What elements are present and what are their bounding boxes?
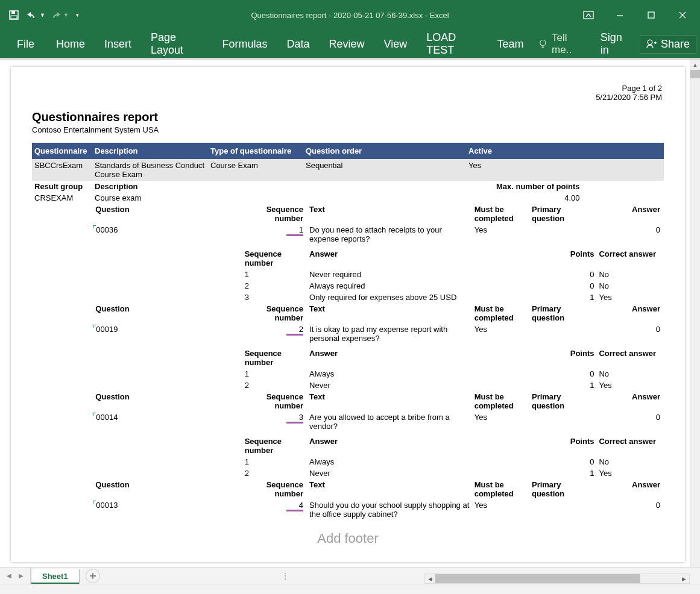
horizontal-scrollbar[interactable]: ◀ ▶ bbox=[424, 574, 690, 584]
sheet-next-icon[interactable]: ▶ bbox=[16, 572, 27, 579]
report-title: Questionnaires report bbox=[32, 110, 664, 124]
quick-access-toolbar: ▼ ▼ ▾ bbox=[0, 7, 79, 23]
answer-row: 3 Only required for expenses above 25 US… bbox=[32, 292, 664, 303]
page-preview[interactable]: Page 1 of 2 5/21/2020 7:56 PM Questionna… bbox=[11, 67, 685, 562]
tab-home[interactable]: Home bbox=[46, 30, 95, 58]
sheet-tab-sheet1[interactable]: Sheet1 bbox=[31, 569, 80, 584]
answer-row: 2 Never 1 Yes bbox=[32, 467, 664, 479]
result-group-table: Result group Description Max. number of … bbox=[32, 181, 664, 204]
share-button[interactable]: Share bbox=[640, 35, 696, 54]
hscroll-thumb[interactable] bbox=[435, 574, 640, 583]
window-title: Questionnaires report - 2020-05-21 07-56… bbox=[251, 11, 449, 20]
sheet-nav-arrows[interactable]: ◀ ▶ bbox=[0, 567, 31, 584]
sheet-prev-icon[interactable]: ◀ bbox=[4, 572, 14, 579]
vertical-scrollbar[interactable]: ▲ ▼ bbox=[690, 60, 700, 575]
page-header-meta: Page 1 of 2 5/21/2020 7:56 PM bbox=[596, 84, 662, 102]
redo-dropdown-icon[interactable]: ▼ bbox=[63, 12, 69, 18]
plus-icon bbox=[89, 572, 96, 580]
add-sheet-button[interactable] bbox=[86, 569, 100, 583]
workspace: Page 1 of 2 5/21/2020 7:56 PM Questionna… bbox=[0, 60, 700, 575]
answer-row: 2 Always required 0 No bbox=[32, 280, 664, 292]
question-row: 00014 3 Are you allowed to accept a brib… bbox=[32, 411, 664, 432]
tab-view[interactable]: View bbox=[374, 30, 417, 58]
tab-formulas[interactable]: Formulas bbox=[212, 30, 277, 58]
page-number: Page 1 of 2 bbox=[596, 84, 662, 93]
question-row: 00013 4 Should you do your school supply… bbox=[32, 499, 664, 520]
window-buttons bbox=[575, 5, 700, 25]
svg-rect-2 bbox=[11, 16, 17, 19]
col-description: Description bbox=[95, 146, 210, 155]
tab-load-test[interactable]: LOAD TEST bbox=[417, 30, 487, 58]
lightbulb-icon bbox=[538, 39, 548, 49]
questions-table: Question Sequence number Text Must be co… bbox=[32, 204, 664, 520]
qat-customize-icon[interactable]: ▾ bbox=[76, 12, 79, 18]
redo-icon[interactable] bbox=[48, 7, 63, 23]
svg-rect-5 bbox=[648, 12, 654, 18]
scroll-left-icon[interactable]: ◀ bbox=[425, 574, 435, 583]
answer-row: 1 Always 0 No bbox=[32, 456, 664, 467]
tab-insert[interactable]: Insert bbox=[95, 30, 141, 58]
undo-dropdown-icon[interactable]: ▼ bbox=[40, 12, 45, 18]
pane-splitter-icon[interactable]: ⋮ bbox=[281, 571, 291, 581]
save-icon[interactable] bbox=[6, 7, 22, 23]
close-button[interactable] bbox=[669, 5, 696, 25]
tab-team[interactable]: Team bbox=[487, 30, 533, 58]
svg-point-11 bbox=[648, 40, 652, 45]
tab-review[interactable]: Review bbox=[319, 30, 374, 58]
main-data-row: SBCCrsExam Standards of Business Conduct… bbox=[32, 159, 664, 181]
scroll-right-icon[interactable]: ▶ bbox=[679, 574, 689, 583]
tab-data[interactable]: Data bbox=[277, 30, 319, 58]
col-questionnaire: Questionnaire bbox=[34, 146, 95, 155]
share-icon bbox=[646, 39, 657, 49]
report-subtitle: Contoso Entertainment System USA bbox=[32, 125, 664, 134]
tell-me-search[interactable]: Tell me.. bbox=[533, 32, 591, 56]
answer-row: 1 Always 0 No bbox=[32, 368, 664, 380]
add-footer-placeholder[interactable]: Add footer bbox=[317, 531, 379, 546]
page-timestamp: 5/21/2020 7:56 PM bbox=[596, 93, 662, 102]
undo-icon[interactable] bbox=[24, 7, 40, 23]
scroll-up-icon[interactable]: ▲ bbox=[690, 60, 700, 70]
minimize-button[interactable] bbox=[606, 5, 634, 25]
col-active: Active bbox=[468, 146, 661, 155]
status-bar bbox=[0, 584, 700, 594]
main-header-row: Questionnaire Description Type of questi… bbox=[32, 143, 664, 159]
scroll-thumb[interactable] bbox=[690, 70, 700, 78]
ribbon-tabs: File HomeInsertPage LayoutFormulasDataRe… bbox=[0, 30, 700, 58]
col-type: Type of questionnaire bbox=[210, 146, 306, 155]
svg-rect-1 bbox=[11, 11, 15, 14]
tab-file[interactable]: File bbox=[5, 30, 46, 58]
tab-page-layout[interactable]: Page Layout bbox=[141, 30, 212, 58]
titlebar: ▼ ▼ ▾ Questionnaires report - 2020-05-21… bbox=[0, 0, 700, 30]
svg-point-8 bbox=[540, 40, 546, 46]
question-row: 00019 2 It is okay to pad my expense rep… bbox=[32, 324, 664, 344]
answer-row: 1 Never required 0 No bbox=[32, 269, 664, 280]
answer-row: 2 Never 1 Yes bbox=[32, 380, 664, 391]
svg-rect-3 bbox=[584, 11, 593, 19]
question-row: 00036 1 Do you need to attach receipts t… bbox=[32, 224, 664, 245]
col-order: Question order bbox=[306, 146, 468, 155]
ribbon-display-options-icon[interactable] bbox=[575, 5, 602, 25]
maximize-button[interactable] bbox=[637, 5, 665, 25]
sign-in-link[interactable]: Sign in bbox=[594, 31, 637, 57]
